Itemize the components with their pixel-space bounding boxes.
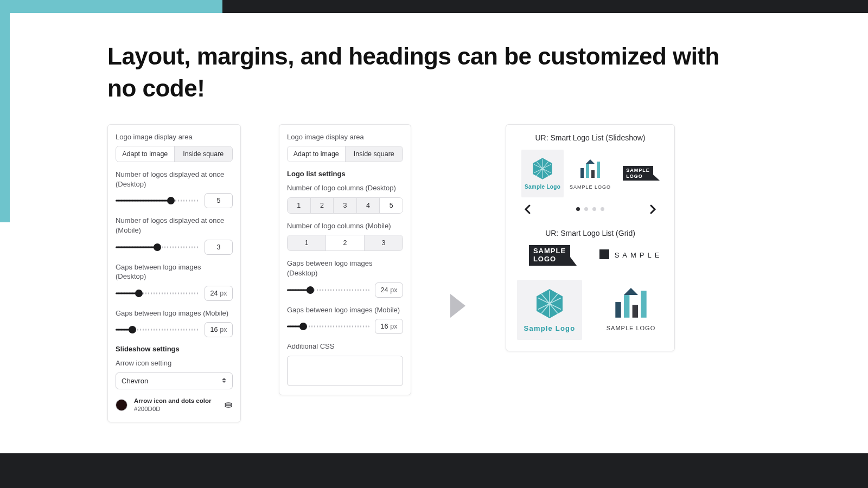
seg-option-2[interactable]: 2 [310,198,334,213]
gap-mobile-value-b[interactable]: 16px [375,319,403,334]
gap-mobile-label: Gaps between logo images (Mobile) [116,309,233,318]
grid-logo-hexagon: Sample Logo [517,280,582,340]
preview-grid-title: UR: Smart Logo List (Grid) [514,229,667,237]
additional-css-label: Additional CSS [287,342,403,351]
updown-caret-icon [221,378,227,383]
logo-hexagon: Sample Logo [521,150,564,197]
slideshow-logos: Sample Logo SAMPLE LOGO SAMPLELOGO [514,150,667,197]
grid-logos: SAMPLELOGO SAMPLE Sample Logo SAMPLE LOG… [514,245,667,340]
logos-desktop-label: Number of logos displayed at once (Deskt… [116,170,233,189]
grid-logo-badge: SAMPLELOGO [517,245,582,266]
arrow-icon-setting-label: Arrow icon setting [116,358,233,368]
logo-bars: SAMPLE LOGO [569,150,611,197]
svg-rect-11 [641,291,646,318]
logos-desktop-value[interactable]: 5 [205,193,233,208]
settings-panel-grid: Logo image display area Adapt to image I… [279,124,411,395]
seg-inside-square[interactable]: Inside square [174,146,233,162]
display-area-label-b: Logo image display area [287,132,403,142]
grid-logo-square-sample: SAMPLE [598,245,663,266]
display-area-segmented[interactable]: Adapt to image Inside square [116,146,233,162]
dot[interactable] [584,207,588,211]
logos-mobile-label: Number of logos displayed at once (Mobil… [116,216,233,235]
seg-option-3[interactable]: 3 [364,235,403,251]
svg-rect-3 [580,168,584,178]
gap-desktop-value-b[interactable]: 24px [375,282,403,298]
seg-inside-square-b[interactable]: Inside square [345,146,403,162]
gap-desktop-value[interactable]: 24px [205,286,233,301]
additional-css-textarea[interactable] [287,356,403,386]
logo-badge: SAMPLELOGO [617,150,659,197]
svg-rect-6 [597,162,600,178]
svg-rect-4 [586,164,589,178]
seg-option-1[interactable]: 1 [288,235,326,251]
logo-list-settings-heading: Logo list settings [287,170,403,178]
svg-rect-5 [591,170,595,178]
logos-desktop-slider[interactable] [116,197,199,204]
seg-adapt-to-image-b[interactable]: Adapt to image [288,146,345,162]
logos-mobile-value[interactable]: 3 [205,240,233,255]
logos-mobile-slider[interactable] [116,243,199,251]
seg-option-2[interactable]: 2 [326,235,364,251]
seg-adapt-to-image[interactable]: Adapt to image [116,146,174,162]
dot[interactable] [576,207,580,211]
arrow-icon-selected: Chevron [122,377,148,385]
gap-desktop-slider-b[interactable] [287,286,369,294]
seg-option-3[interactable]: 3 [333,198,356,213]
arrow-right-icon [449,293,468,319]
gap-mobile-slider-b[interactable] [287,323,369,330]
headline: Layout, margins, and headings can be cus… [107,40,731,105]
logo-cap: SAMPLE LOGO [570,184,611,190]
gap-desktop-slider[interactable] [116,290,199,297]
svg-rect-9 [624,295,629,318]
cols-mobile-segmented[interactable]: 123 [287,235,403,251]
seg-option-4[interactable]: 4 [356,198,380,213]
dot[interactable] [601,207,604,211]
gap-mobile-label-b: Gaps between logo images (Mobile) [287,305,403,315]
gap-mobile-value[interactable]: 16px [205,322,233,337]
svg-rect-10 [633,305,638,317]
grid-logo-bars: SAMPLE LOGO [598,280,663,340]
dot[interactable] [592,207,596,211]
chevron-left-icon[interactable] [522,204,533,215]
color-swatch[interactable] [116,399,127,411]
gap-mobile-slider[interactable] [116,326,199,333]
settings-panel-slideshow: Logo image display area Adapt to image I… [107,124,241,422]
arrow-icon-select[interactable]: Chevron [116,373,233,389]
link-icon[interactable] [224,402,233,408]
cols-desktop-label: Number of logo columns (Desktop) [287,183,403,193]
color-label-block: Arrow icon and dots color #200D0D [134,397,211,413]
svg-rect-8 [615,302,621,318]
preview-card: UR: Smart Logo List (Slideshow) Sample L… [506,124,675,351]
seg-option-1[interactable]: 1 [288,198,310,213]
gap-desktop-label: Gaps between logo images (Desktop) [116,262,233,281]
cols-desktop-segmented[interactable]: 12345 [287,197,403,214]
logo-cap: Sample Logo [525,184,560,190]
slideshow-settings-heading: Slideshow settings [116,345,233,353]
seg-option-5[interactable]: 5 [379,198,403,213]
display-area-segmented-b[interactable]: Adapt to image Inside square [287,146,403,162]
svg-point-1 [225,405,232,407]
carousel-dots[interactable] [576,207,604,211]
cols-mobile-label: Number of logo columns (Mobile) [287,221,403,231]
chevron-right-icon[interactable] [647,204,658,215]
display-area-label: Logo image display area [116,132,233,142]
gap-desktop-label-b: Gaps between logo images (Desktop) [287,259,403,278]
preview-slideshow-title: UR: Smart Logo List (Slideshow) [514,133,667,142]
